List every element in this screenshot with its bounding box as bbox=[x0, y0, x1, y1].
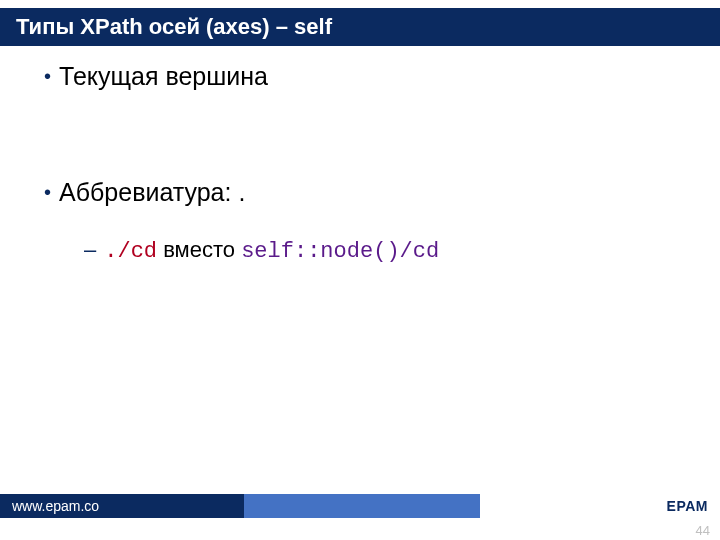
slide-content: • Текущая вершина • Аббревиатура: . – ./… bbox=[44, 60, 676, 266]
footer-url: www.epam.co bbox=[0, 494, 244, 518]
sub-bullet-item: – ./cd вместо self::node()/cd bbox=[84, 236, 676, 266]
slide: Типы XPath осей (axes) – self • Текущая … bbox=[0, 0, 720, 540]
footer-accent-bar bbox=[244, 494, 480, 518]
page-number: 44 bbox=[696, 523, 710, 538]
bullet-text: Аббревиатура: . bbox=[59, 176, 245, 208]
sub-bullet-text: ./cd вместо self::node()/cd bbox=[104, 236, 439, 266]
bullet-icon: • bbox=[44, 176, 51, 208]
bullet-item: • Текущая вершина bbox=[44, 60, 676, 92]
code-snippet: ./cd bbox=[104, 239, 157, 264]
bullet-text: Текущая вершина bbox=[59, 60, 268, 92]
slide-title: Типы XPath осей (axes) – self bbox=[0, 8, 720, 46]
sub-mid-text: вместо bbox=[157, 237, 241, 262]
code-snippet: self::node()/cd bbox=[241, 239, 439, 264]
footer-brand: EPAM bbox=[667, 494, 708, 518]
dash-icon: – bbox=[84, 236, 96, 264]
spacer bbox=[44, 104, 676, 176]
bullet-item: • Аббревиатура: . bbox=[44, 176, 676, 208]
bullet-icon: • bbox=[44, 60, 51, 92]
